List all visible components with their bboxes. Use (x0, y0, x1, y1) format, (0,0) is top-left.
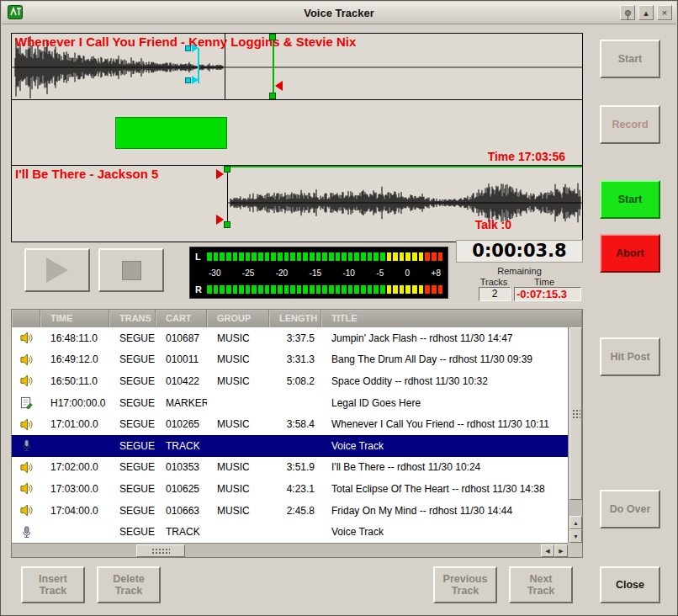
record-button[interactable]: Record (600, 105, 660, 144)
log-row[interactable]: 17:02:00.0SEGUE010353MUSIC3:51.9I'll Be … (12, 457, 568, 479)
scrollbar-corner (568, 543, 582, 557)
cell-cart: 010265 (156, 418, 207, 430)
column-header-time[interactable]: TIME (40, 310, 109, 327)
fade-marker[interactable] (216, 169, 224, 179)
microphone-icon (12, 526, 40, 539)
start-button-disabled[interactable]: Start (600, 40, 660, 78)
voicetrack-bar[interactable] (115, 117, 227, 149)
table-header-row: TIMETRANSCARTGROUPLENGTHTITLE (12, 310, 582, 327)
close-button[interactable]: Close (600, 566, 660, 603)
cell-length: 5:08.2 (269, 375, 321, 387)
scroll-up-button[interactable]: ▲ (569, 516, 582, 529)
log-row[interactable]: SEGUETRACKVoice Track (12, 435, 568, 457)
cell-time: 17:04:00.0 (40, 505, 109, 517)
cell-time: 16:50:11.0 (40, 375, 109, 387)
insert-track-button[interactable]: Insert Track (21, 566, 85, 603)
column-header-title[interactable]: TITLE (321, 310, 582, 327)
vertical-scrollbar[interactable]: ▲ ▼ (568, 327, 582, 543)
log-row[interactable]: 16:50:11.0SEGUE010422MUSIC5:08.2Space Od… (12, 370, 568, 392)
vertical-scrollbar-thumb[interactable] (569, 327, 582, 500)
scroll-left-button[interactable]: ◀ (541, 544, 554, 557)
track2-top-line (227, 166, 582, 167)
shade-button[interactable]: ▴ (638, 5, 654, 20)
cell-length: 4:23.1 (269, 483, 321, 495)
abort-button[interactable]: Abort (600, 234, 660, 273)
segue-marker-handle[interactable] (185, 77, 191, 83)
meter-scale-label: 0 (405, 268, 411, 278)
cell-title: Bang The Drum All Day -- rdhost 11/30 09… (321, 353, 568, 365)
track1-waveform-region[interactable]: Whenever I Call You Friend - Kenny Loggi… (12, 34, 582, 100)
track2-title: I'll Be There - Jackson 5 (15, 167, 158, 181)
remaining-time-label: Time (517, 277, 571, 287)
log-row[interactable]: 16:49:12.0SEGUE010011MUSIC3:31.3Bang The… (12, 349, 568, 371)
cell-title: Whenever I Call You Friend -- rdhost 11/… (321, 418, 568, 430)
track2-waveform-region[interactable]: I'll Be There - Jackson 5 Talk :0 (12, 166, 582, 240)
meter-scale-label: -5 (376, 268, 384, 278)
play-button[interactable] (24, 248, 90, 292)
log-row[interactable]: 17:04:00.0SEGUE010663MUSIC2:45.8Friday O… (12, 500, 568, 522)
log-row[interactable]: SEGUETRACKVoice Track (12, 521, 568, 543)
column-header-cart[interactable]: CART (156, 310, 207, 327)
meter-scale-label: -20 (276, 268, 288, 278)
voicetrack-region[interactable]: Time 17:03:56 (12, 100, 582, 166)
scroll-down-button[interactable]: ▼ (569, 529, 582, 543)
cell-trans: SEGUE (109, 526, 156, 538)
speaker-icon (12, 418, 40, 431)
meter-scale-label: +8 (432, 268, 441, 278)
cell-trans: SEGUE (109, 440, 156, 452)
app-icon (8, 5, 24, 20)
remaining-label: Remaining (456, 266, 583, 276)
pin-button[interactable] (620, 5, 635, 20)
do-over-button[interactable]: Do Over (600, 490, 660, 528)
track-start-handle[interactable] (269, 93, 276, 99)
stop-button[interactable] (98, 248, 164, 292)
fade-marker[interactable] (275, 81, 283, 91)
horizontal-scrollbar[interactable]: ◀ ▶ (12, 543, 568, 557)
fade-marker[interactable] (216, 215, 224, 225)
cell-trans: SEGUE (109, 418, 156, 430)
wall-clock-label: Time 17:03:56 (488, 150, 565, 163)
horizontal-scrollbar-thumb[interactable] (136, 544, 185, 557)
column-header-group[interactable]: GROUP (207, 310, 269, 327)
meter-scale-label: -30 (209, 268, 220, 278)
cell-time: 17:01:00.0 (40, 418, 109, 430)
speaker-icon (12, 374, 40, 387)
cell-cart: TRACK (156, 440, 207, 452)
cell-title: I'll Be There -- rdhost 11/30 10:24 (321, 461, 568, 473)
hit-post-button[interactable]: Hit Post (600, 337, 660, 376)
left-meter-leds (207, 252, 442, 261)
column-header-length[interactable]: LENGTH (269, 310, 321, 327)
titlebar[interactable]: Voice Tracker ▴ × (2, 2, 676, 24)
track-start-handle[interactable] (269, 34, 276, 40)
remaining-tracks-value: 2 (479, 287, 511, 301)
segue-marker-arrow (192, 76, 199, 84)
column-header-trans[interactable]: TRANS (109, 310, 156, 327)
column-header-icon[interactable] (12, 310, 40, 327)
delete-track-button[interactable]: Delete Track (97, 566, 161, 603)
cell-time: 17:02:00.0 (40, 461, 109, 473)
audio-level-meter: L -30-25-20-15-10-50+8 R (189, 247, 448, 299)
track2-start-handle[interactable] (224, 166, 230, 173)
track2-start-handle[interactable] (224, 221, 230, 228)
next-track-button[interactable]: Next Track (509, 566, 573, 603)
cell-title: Legal ID Goes Here (321, 397, 568, 409)
cell-trans: SEGUE (109, 483, 156, 495)
log-row[interactable]: 17:01:00.0SEGUE010265MUSIC3:58.4Whenever… (12, 413, 568, 435)
segue-marker-handle[interactable] (185, 45, 191, 51)
cell-trans: SEGUE (109, 332, 156, 344)
elapsed-time-display: 0:00:03.8 (456, 240, 583, 263)
shade-icon: ▴ (644, 8, 649, 19)
cell-cart: 010422 (156, 375, 207, 387)
log-row[interactable]: 17:03:00.0SEGUE010625MUSIC4:23.1Total Ec… (12, 478, 568, 500)
log-row[interactable]: 16:48:11.0SEGUE010687MUSIC3:37.5Jumpin' … (12, 327, 568, 349)
meter-right-label: R (195, 284, 207, 295)
start-button-active[interactable]: Start (600, 180, 660, 219)
right-meter-leds (207, 285, 442, 294)
cell-group: MUSIC (207, 332, 269, 344)
close-window-button[interactable]: × (657, 5, 672, 20)
speaker-icon (12, 332, 40, 344)
previous-track-button[interactable]: Previous Track (433, 566, 497, 603)
log-row[interactable]: H17:00:00.0SEGUEMARKERLegal ID Goes Here (12, 392, 568, 414)
stop-icon (122, 261, 141, 280)
scroll-right-button[interactable]: ▶ (554, 544, 568, 557)
